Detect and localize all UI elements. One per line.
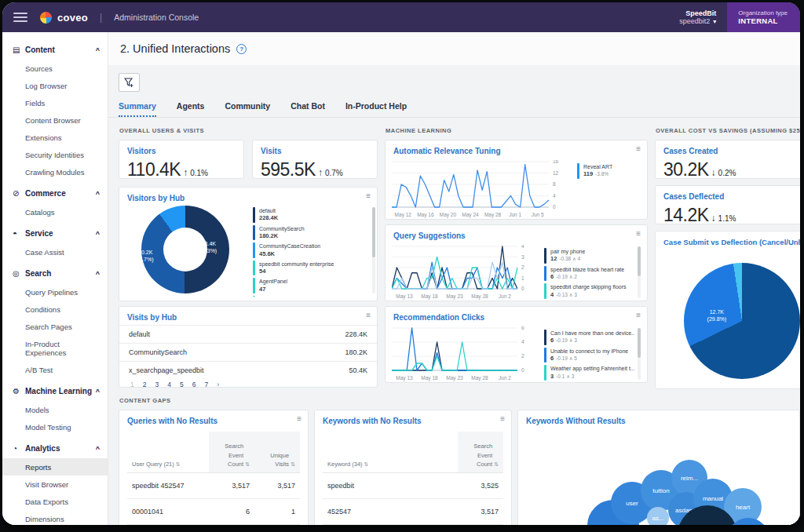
stat-title[interactable]: Cases Deflected <box>656 186 800 204</box>
svg-text:May 13: May 13 <box>396 375 413 381</box>
sidebar-section-analytics[interactable]: ◔ Analytics ^ <box>2 439 108 458</box>
pagination-page-6[interactable]: 6 <box>192 381 196 388</box>
column-header-unique-visits[interactable]: Unique Visits⇅ <box>254 432 300 472</box>
tab-summary[interactable]: Summary <box>119 101 156 117</box>
sidebar-item-security-identities[interactable]: Security Identities <box>2 146 108 163</box>
sidebar-item-fields[interactable]: Fields <box>2 94 108 111</box>
recommendation-clicks-title[interactable]: Recommendation Clicks <box>386 307 647 325</box>
sidebar-section-service[interactable]: ◓ Service ^ <box>2 224 108 243</box>
query-suggestions-card: Query Suggestions ≡ 01234May 13May 18May… <box>385 224 648 301</box>
sidebar-item-case-assist[interactable]: Case Assist <box>2 243 108 261</box>
pagination-page-7[interactable]: 7 <box>204 381 208 388</box>
sidebar-item-reports[interactable]: Reports <box>2 458 108 476</box>
column-header-user-query-21[interactable]: User Query (21)⇅ <box>127 432 209 472</box>
column-header-search-event-count[interactable]: Search Event Count⇅ <box>209 432 254 472</box>
column-header-keyword-34[interactable]: Keyword (34)⇅ <box>323 432 458 472</box>
donut-slice-label: 228.4K (50.3%) <box>198 241 217 255</box>
visitors-stat-card: Visitors 110.4K ↑ 0.1% <box>119 140 244 179</box>
sidebar-section-machine-learning[interactable]: ⚙ Machine Learning ^ <box>2 381 108 401</box>
sidebar-item-models[interactable]: Models <box>2 401 108 418</box>
card-menu-icon[interactable]: ≡ <box>297 415 302 423</box>
sidebar-item-data-exports[interactable]: Data Exports <box>2 493 108 510</box>
svg-text:May 28: May 28 <box>484 212 502 218</box>
card-menu-icon[interactable]: ≡ <box>636 312 641 319</box>
pagination-page-3[interactable]: 3 <box>155 381 159 388</box>
sidebar-item-visit-browser[interactable]: Visit Browser <box>2 476 108 493</box>
stat-delta: 0.1% <box>190 169 208 177</box>
queries-no-results-title[interactable]: Queries with No Results <box>119 410 308 428</box>
sidebar-item-extensions[interactable]: Extensions <box>2 129 108 146</box>
tab-in-product-help[interactable]: In-Product Help <box>345 101 407 117</box>
sidebar-item-in-product-experiences[interactable]: In-Product Experiences <box>2 335 108 361</box>
legend-item: Reveal ART 119-3.8% <box>577 163 634 179</box>
art-line-chart[interactable]: 0481216May 12May 16May 20May 24May 28Jun… <box>392 160 571 218</box>
sidebar-item-crawling-modules[interactable]: Crawling Modules <box>2 163 108 180</box>
help-icon[interactable]: ? <box>236 44 247 54</box>
card-menu-icon[interactable]: ≡ <box>636 230 641 238</box>
art-title[interactable]: Automatic Relevance Tuning <box>386 140 647 159</box>
sidebar-item-a-b-test[interactable]: A/B Test <box>2 361 108 378</box>
pagination-page-2[interactable]: 2 <box>143 381 147 388</box>
stat-delta: 0.2% <box>718 169 736 177</box>
card-menu-icon[interactable]: ≡ <box>366 192 371 200</box>
org-switcher[interactable]: SpeedBit speedbit2▾ <box>679 9 716 25</box>
keywords-bubble-chart[interactable]: versausertuitionreim...asdas...manualhea… <box>518 428 799 525</box>
sidebar-item-sources[interactable]: Sources <box>2 60 108 77</box>
arrow-up-icon: ↑ <box>183 167 188 178</box>
cases-deflected-stat-card: Cases Deflected 14.2K ↓ 1.1% <box>655 185 800 224</box>
pagination-page-1[interactable]: 1 <box>130 381 134 388</box>
visits-by-hub-title[interactable]: Visits by Hub <box>119 307 377 325</box>
stat-title[interactable]: Visitors <box>119 140 243 159</box>
visitors-by-hub-title[interactable]: Visitors by Hub <box>119 188 377 206</box>
legend-scrollbar[interactable] <box>638 246 641 298</box>
pagination-page-5[interactable]: 5 <box>180 381 184 388</box>
card-menu-icon[interactable]: ≡ <box>366 312 371 319</box>
sidebar-item-search-pages[interactable]: Search Pages <box>2 318 108 335</box>
tab-chat-bot[interactable]: Chat Bot <box>291 101 325 117</box>
sidebar-section-commerce[interactable]: ⊘ Commerce ^ <box>2 184 108 203</box>
svg-text:May 12: May 12 <box>395 212 412 218</box>
sidebar-item-dimensions[interactable]: Dimensions <box>2 510 108 525</box>
sidebar-item-query-pipelines[interactable]: Query Pipelines <box>2 283 108 301</box>
sidebar-item-model-testing[interactable]: Model Testing <box>2 418 108 435</box>
query-suggestions-line-chart[interactable]: 01234May 13May 18May 23May 28Jun 2 <box>392 245 538 300</box>
tab-community[interactable]: Community <box>225 101 270 117</box>
recommendation-clicks-line-chart[interactable]: 0246May 13May 18May 23May 28Jun 2 <box>392 326 538 381</box>
add-filter-button[interactable] <box>119 73 140 92</box>
svg-text:0: 0 <box>521 367 524 373</box>
main-area: 2. Unified Interactions ? SummaryAgentsC… <box>108 32 800 525</box>
card-menu-icon[interactable]: ≡ <box>500 415 505 423</box>
keywords-without-results-title[interactable]: Keywords Without Results <box>518 410 799 428</box>
stat-title[interactable]: Visits <box>253 140 377 159</box>
legend-swatch <box>253 296 255 297</box>
case-submit-pie-chart[interactable] <box>684 263 800 379</box>
card-menu-icon[interactable]: ≡ <box>636 145 641 153</box>
pagination-page-4[interactable]: 4 <box>167 381 171 388</box>
case-submit-title[interactable]: Case Submit vs Deflection (Cancel/Unload… <box>656 231 800 250</box>
sidebar-section-content[interactable]: ▤ Content ^ <box>2 40 108 60</box>
sidebar-item-catalogs[interactable]: Catalogs <box>2 203 108 220</box>
sidebar-item-content-browser[interactable]: Content Browser <box>2 111 108 129</box>
sidebar-item-conditions[interactable]: Conditions <box>2 301 108 318</box>
query-suggestions-title[interactable]: Query Suggestions <box>386 225 647 243</box>
column-header-search-event-count[interactable]: Search Event Count⇅ <box>458 432 503 472</box>
sidebar-section-search[interactable]: ◎ Search ^ <box>2 264 108 283</box>
service-icon: ◓ <box>13 229 25 238</box>
tab-agents[interactable]: Agents <box>177 101 205 117</box>
legend-swatch <box>253 242 255 258</box>
app-window: coveo | Administration Console SpeedBit … <box>2 2 800 525</box>
stat-delta: 0.7% <box>325 169 343 177</box>
bubble-as[interactable]: as... <box>647 507 669 525</box>
legend-swatch <box>253 207 255 223</box>
logo-text: coveo <box>57 12 88 24</box>
legend-scrollbar[interactable] <box>638 328 641 380</box>
legend-scrollbar[interactable] <box>372 207 375 293</box>
table-row: 0000104161 <box>127 499 300 525</box>
keywords-no-results-title[interactable]: Keywords with No Results <box>315 410 511 428</box>
pagination-next[interactable]: › <box>217 381 219 388</box>
stat-title[interactable]: Cases Created <box>656 140 800 159</box>
legend-swatch <box>544 330 546 345</box>
sidebar-item-log-browser[interactable]: Log Browser <box>2 77 108 94</box>
hamburger-menu-icon[interactable] <box>13 10 27 24</box>
art-legend: Reveal ART 119-3.8% <box>571 160 642 218</box>
